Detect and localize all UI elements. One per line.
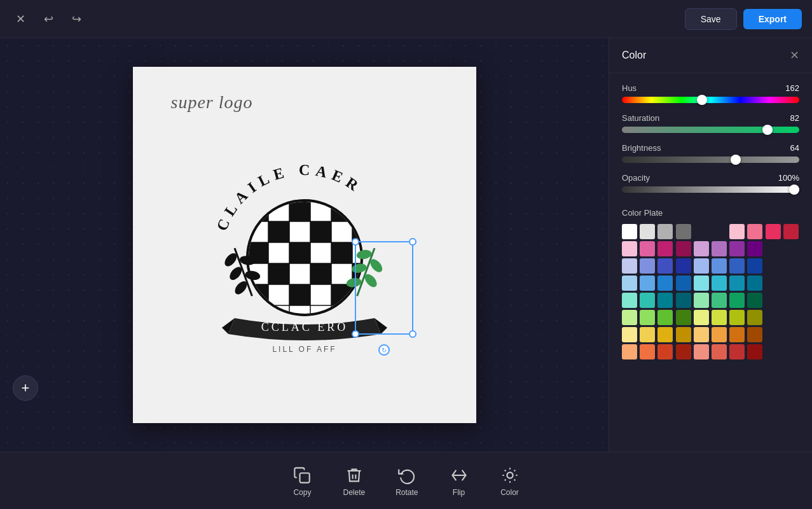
color-swatch[interactable] — [712, 327, 727, 342]
color-swatch[interactable] — [622, 293, 637, 308]
color-swatch[interactable] — [783, 327, 799, 342]
color-swatch[interactable] — [783, 310, 799, 325]
color-swatch[interactable] — [657, 293, 673, 308]
opacity-slider[interactable] — [622, 186, 799, 193]
color-swatch[interactable] — [766, 344, 781, 359]
color-swatch[interactable] — [783, 275, 799, 291]
hue-thumb[interactable] — [697, 95, 707, 105]
color-swatch[interactable] — [676, 241, 691, 256]
tool-copy[interactable]: Copy — [292, 465, 312, 497]
color-swatch[interactable] — [640, 258, 655, 274]
color-swatch[interactable] — [694, 293, 709, 308]
color-swatch[interactable] — [694, 258, 709, 274]
opacity-thumb[interactable] — [789, 185, 799, 195]
export-button[interactable]: Export — [743, 9, 802, 29]
color-swatch[interactable] — [783, 241, 799, 256]
color-swatch[interactable] — [747, 293, 762, 308]
color-swatch[interactable] — [766, 258, 781, 274]
color-swatch[interactable] — [640, 224, 655, 239]
color-swatch[interactable] — [729, 275, 745, 291]
color-swatch[interactable] — [657, 275, 673, 291]
undo-button[interactable]: ↩ — [38, 9, 58, 29]
color-swatch[interactable] — [622, 224, 637, 239]
saturation-slider[interactable] — [622, 127, 799, 133]
color-swatch[interactable] — [622, 258, 637, 274]
color-swatch[interactable] — [783, 344, 799, 359]
color-swatch[interactable] — [694, 310, 709, 325]
color-swatch[interactable] — [694, 275, 709, 291]
color-swatch[interactable] — [640, 293, 655, 308]
color-swatch[interactable] — [622, 344, 637, 359]
color-swatch[interactable] — [657, 327, 673, 342]
brightness-thumb[interactable] — [731, 155, 741, 165]
tool-color[interactable]: Color — [500, 465, 520, 497]
color-swatch[interactable] — [676, 344, 691, 359]
color-swatch[interactable] — [657, 224, 673, 239]
color-swatch[interactable] — [747, 224, 762, 239]
color-swatch[interactable] — [766, 241, 781, 256]
color-swatch[interactable] — [747, 241, 762, 256]
color-swatch[interactable] — [729, 344, 745, 359]
color-swatch[interactable] — [747, 275, 762, 291]
redo-button[interactable]: ↪ — [66, 9, 86, 29]
hue-slider[interactable] — [622, 97, 799, 103]
color-swatch[interactable] — [783, 224, 799, 239]
color-swatch[interactable] — [622, 327, 637, 342]
color-swatch[interactable] — [729, 293, 745, 308]
color-swatch[interactable] — [766, 327, 781, 342]
color-swatch[interactable] — [729, 327, 745, 342]
color-swatch[interactable] — [747, 344, 762, 359]
tool-flip[interactable]: Flip — [449, 465, 469, 497]
color-swatch[interactable] — [694, 224, 709, 239]
color-swatch[interactable] — [712, 224, 727, 239]
color-swatch[interactable] — [676, 258, 691, 274]
color-swatch[interactable] — [747, 327, 762, 342]
color-swatch[interactable] — [657, 258, 673, 274]
color-swatch[interactable] — [657, 310, 673, 325]
color-swatch[interactable] — [729, 224, 745, 239]
save-button[interactable]: Save — [685, 8, 737, 30]
color-swatch[interactable] — [676, 327, 691, 342]
color-swatch[interactable] — [640, 344, 655, 359]
color-swatch[interactable] — [766, 275, 781, 291]
color-swatch[interactable] — [657, 241, 673, 256]
brightness-slider[interactable] — [622, 157, 799, 163]
close-button[interactable]: ✕ — [10, 9, 31, 29]
color-swatch[interactable] — [676, 310, 691, 325]
color-swatch[interactable] — [694, 327, 709, 342]
color-swatch[interactable] — [694, 344, 709, 359]
tool-delete[interactable]: Delete — [343, 465, 365, 497]
color-swatch[interactable] — [676, 293, 691, 308]
color-swatch[interactable] — [622, 310, 637, 325]
color-swatch[interactable] — [676, 275, 691, 291]
color-swatch[interactable] — [640, 327, 655, 342]
color-swatch[interactable] — [729, 241, 745, 256]
color-swatch[interactable] — [747, 258, 762, 274]
add-element-button[interactable]: + — [13, 375, 38, 401]
color-swatch[interactable] — [622, 241, 637, 256]
color-swatch[interactable] — [694, 241, 709, 256]
color-swatch[interactable] — [783, 258, 799, 274]
color-swatch[interactable] — [640, 241, 655, 256]
color-swatch[interactable] — [640, 310, 655, 325]
color-swatch[interactable] — [712, 344, 727, 359]
panel-close-button[interactable]: ✕ — [790, 48, 799, 62]
color-swatch[interactable] — [729, 310, 745, 325]
color-swatch[interactable] — [622, 275, 637, 291]
color-swatch[interactable] — [766, 293, 781, 308]
color-swatch[interactable] — [676, 224, 691, 239]
color-swatch[interactable] — [712, 241, 727, 256]
tool-rotate[interactable]: Rotate — [396, 465, 418, 497]
color-swatch[interactable] — [747, 310, 762, 325]
color-swatch[interactable] — [766, 224, 781, 239]
color-swatch[interactable] — [729, 258, 745, 274]
color-swatch[interactable] — [640, 275, 655, 291]
color-swatch[interactable] — [712, 258, 727, 274]
color-swatch[interactable] — [712, 275, 727, 291]
saturation-thumb[interactable] — [762, 125, 773, 135]
color-swatch[interactable] — [712, 310, 727, 325]
color-swatch[interactable] — [657, 344, 673, 359]
color-swatch[interactable] — [766, 310, 781, 325]
color-swatch[interactable] — [783, 293, 799, 308]
color-swatch[interactable] — [712, 293, 727, 308]
